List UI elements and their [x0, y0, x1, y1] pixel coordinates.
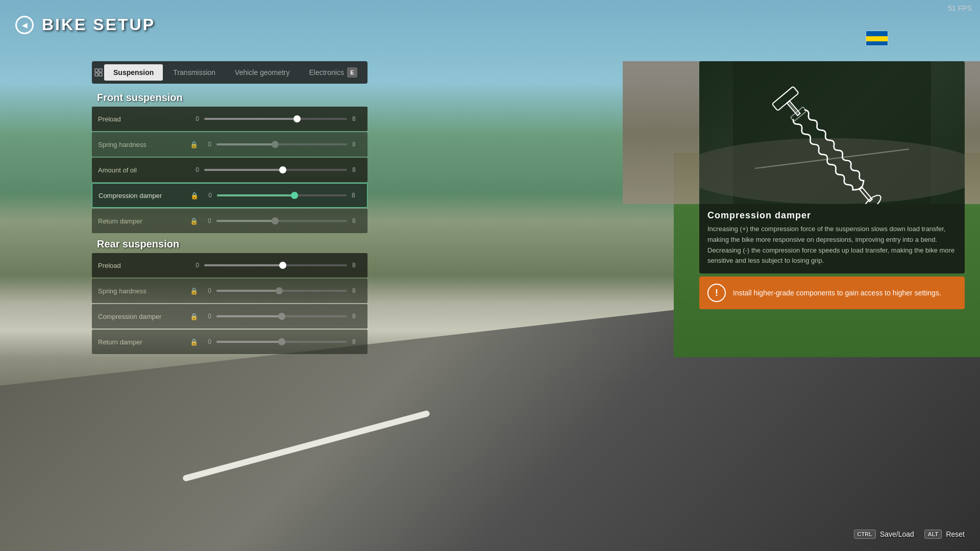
track-rear-compression: [216, 315, 347, 317]
lock-icon-rear-return: 🔒: [190, 338, 198, 346]
max-rear-spring: 8: [352, 287, 361, 294]
max-return: 8: [352, 217, 361, 224]
lock-icon-rear-compression: 🔒: [190, 313, 198, 320]
row-spring-hardness: Spring hardness 🔒 0 8: [92, 132, 368, 157]
fill-oil: [204, 169, 283, 171]
min-compression: 0: [203, 192, 212, 199]
fill-rear-return: [216, 341, 282, 343]
thumb-rear-compression: [278, 313, 285, 320]
min-preload: 0: [190, 115, 199, 122]
rear-suspension-title: Rear suspension: [92, 234, 368, 253]
label-preload: Preload: [98, 115, 190, 123]
label-spring-hardness: Spring hardness: [98, 141, 190, 148]
damper-illustration: [699, 61, 965, 204]
max-preload: 8: [352, 115, 361, 122]
track-rear-return: [216, 341, 347, 343]
flag: [866, 31, 888, 46]
row-amount-oil[interactable]: Amount of oil 0 8: [92, 158, 368, 182]
save-load-control[interactable]: CTRL Save/Load: [854, 530, 914, 539]
fps-counter: 51 FPS: [948, 4, 972, 12]
min-rear-compression: 0: [202, 313, 211, 320]
svg-rect-3: [99, 73, 102, 76]
label-compression-damper: Compression damper: [99, 192, 190, 199]
row-preload[interactable]: Preload 0 8: [92, 107, 368, 131]
min-rear-spring: 0: [202, 287, 211, 294]
thumb-oil[interactable]: [279, 166, 286, 173]
fill-compression: [217, 194, 295, 196]
label-amount-oil: Amount of oil: [98, 166, 190, 174]
tab-suspension[interactable]: Suspension: [104, 64, 163, 81]
header: BIKE SETUP: [15, 15, 155, 34]
fill-rear-spring: [216, 290, 279, 292]
thumb-return: [272, 217, 279, 224]
thumb-compression[interactable]: [291, 192, 298, 199]
thumb-preload[interactable]: [293, 115, 301, 122]
upgrade-text: Install higher-grade components to gain …: [733, 289, 941, 297]
alt-key-badge: ALT: [924, 530, 942, 539]
reset-label: Reset: [946, 530, 965, 538]
min-oil: 0: [190, 166, 199, 173]
bottom-controls: CTRL Save/Load ALT Reset: [854, 530, 965, 539]
row-return-damper: Return damper 🔒 0 8: [92, 209, 368, 233]
track-spring: [216, 143, 347, 145]
min-return: 0: [202, 217, 211, 224]
flag-middle: [866, 36, 888, 41]
row-rear-spring-hardness: Spring hardness 🔒 0 8: [92, 279, 368, 303]
label-return-damper: Return damper: [98, 217, 190, 225]
info-card-image: [699, 61, 965, 204]
fill-rear-preload: [204, 264, 283, 266]
min-rear-preload: 0: [190, 262, 199, 269]
max-spring: 8: [352, 141, 361, 148]
track-oil[interactable]: [204, 169, 347, 171]
thumb-rear-spring: [276, 287, 283, 294]
lock-icon-compression: 🔒: [190, 192, 199, 199]
fill-return: [216, 220, 275, 222]
info-panel-title: Compression damper: [699, 204, 965, 224]
tab-icon-suspension[interactable]: [94, 63, 103, 82]
thumb-rear-preload[interactable]: [279, 262, 286, 269]
tab-vehicle-geometry[interactable]: Vehicle geometry: [226, 64, 299, 81]
svg-point-5: [699, 138, 965, 204]
lock-icon-rear-spring: 🔒: [190, 287, 198, 295]
track-compression[interactable]: [217, 194, 347, 196]
track-return: [216, 220, 347, 222]
row-rear-compression: Compression damper 🔒 0 8: [92, 304, 368, 329]
track-rear-preload[interactable]: [204, 264, 347, 266]
right-panel: Compression damper Increasing (+) the co…: [699, 61, 965, 309]
track-preload[interactable]: [204, 118, 347, 120]
reset-control[interactable]: ALT Reset: [924, 530, 965, 539]
label-rear-compression: Compression damper: [98, 313, 190, 320]
max-oil: 8: [352, 166, 361, 173]
row-compression-damper[interactable]: Compression damper 🔒 0 8: [92, 183, 368, 208]
track-rear-spring: [216, 290, 347, 292]
thumb-rear-return: [278, 338, 285, 345]
fill-preload: [204, 118, 297, 120]
tab-electronics[interactable]: Electronics E: [300, 63, 366, 82]
label-rear-return: Return damper: [98, 338, 190, 346]
lock-icon-spring: 🔒: [190, 141, 198, 148]
page-title: BIKE SETUP: [42, 15, 155, 34]
min-rear-return: 0: [202, 338, 211, 345]
min-spring: 0: [202, 141, 211, 148]
info-card: Compression damper Increasing (+) the co…: [699, 61, 965, 273]
electronics-badge: E: [347, 67, 357, 78]
max-rear-compression: 8: [352, 313, 361, 320]
max-compression: 8: [352, 192, 361, 199]
thumb-spring: [272, 141, 279, 148]
save-load-label: Save/Load: [880, 530, 914, 538]
main-content: Suspension Transmission Vehicle geometry…: [92, 61, 368, 355]
svg-rect-0: [95, 69, 98, 72]
front-suspension-title: Front suspension: [92, 88, 368, 107]
ctrl-key-badge: CTRL: [854, 530, 876, 539]
tab-transmission[interactable]: Transmission: [164, 64, 225, 81]
label-rear-spring: Spring hardness: [98, 287, 190, 295]
max-rear-preload: 8: [352, 262, 361, 269]
row-rear-preload[interactable]: Preload 0 8: [92, 253, 368, 278]
row-rear-return: Return damper 🔒 0 8: [92, 330, 368, 354]
fill-rear-compression: [216, 315, 282, 317]
back-button[interactable]: [15, 16, 34, 34]
lock-icon-return: 🔒: [190, 217, 198, 225]
flag-container: [866, 31, 888, 46]
fill-spring: [216, 143, 275, 145]
upgrade-notice: ! Install higher-grade components to gai…: [699, 277, 965, 309]
